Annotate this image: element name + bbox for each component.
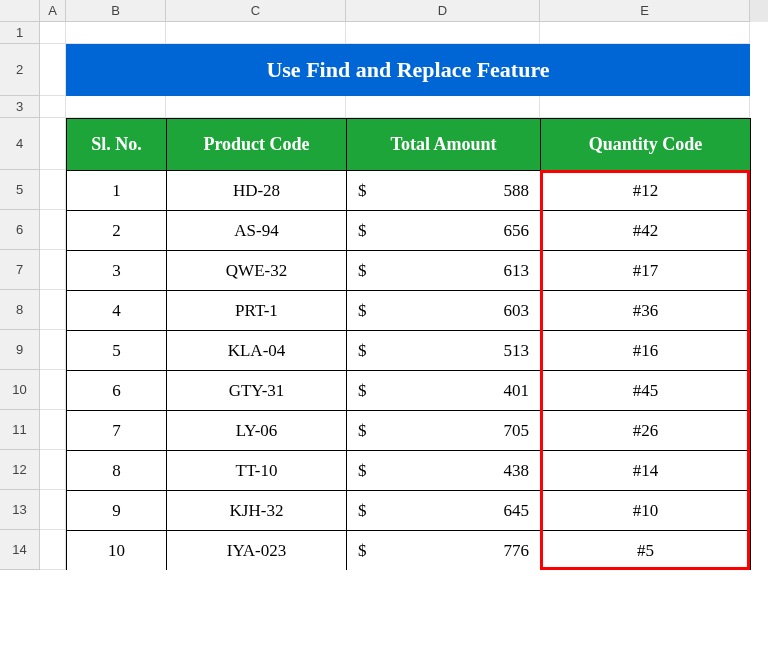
col-header-E[interactable]: E <box>540 0 750 22</box>
amount-value: 613 <box>504 261 530 281</box>
cell-A13[interactable] <box>40 490 66 530</box>
row-header-8[interactable]: 8 <box>0 290 40 330</box>
header-quantity-code: Quantity Code <box>541 119 751 171</box>
currency-symbol: $ <box>358 221 367 241</box>
cell-E1[interactable] <box>540 22 750 44</box>
cell-quantity-code[interactable]: #14 <box>541 451 751 491</box>
cell-quantity-code[interactable]: #16 <box>541 331 751 371</box>
cell-product-code[interactable]: HD-28 <box>167 171 347 211</box>
currency-symbol: $ <box>358 341 367 361</box>
col-header-A[interactable]: A <box>40 0 66 22</box>
cell-total-amount[interactable]: $603 <box>347 291 541 331</box>
row-header-9[interactable]: 9 <box>0 330 40 370</box>
row-header-11[interactable]: 11 <box>0 410 40 450</box>
row-header-10[interactable]: 10 <box>0 370 40 410</box>
cell-product-code[interactable]: IYA-023 <box>167 531 347 571</box>
cell-A11[interactable] <box>40 410 66 450</box>
cell-D3[interactable] <box>346 96 540 118</box>
row-header-4[interactable]: 4 <box>0 118 40 170</box>
row-header-3[interactable]: 3 <box>0 96 40 118</box>
table-header-row: Sl. No. Product Code Total Amount Quanti… <box>67 119 751 171</box>
cell-product-code[interactable]: GTY-31 <box>167 371 347 411</box>
col-header-C[interactable]: C <box>166 0 346 22</box>
cell-A12[interactable] <box>40 450 66 490</box>
cell-A3[interactable] <box>40 96 66 118</box>
row-header-5[interactable]: 5 <box>0 170 40 210</box>
cell-quantity-code[interactable]: #26 <box>541 411 751 451</box>
cell-total-amount[interactable]: $705 <box>347 411 541 451</box>
currency-symbol: $ <box>358 541 367 561</box>
cell-quantity-code[interactable]: #45 <box>541 371 751 411</box>
cell-D1[interactable] <box>346 22 540 44</box>
row-header-7[interactable]: 7 <box>0 250 40 290</box>
amount-value: 401 <box>504 381 530 401</box>
cell-B1[interactable] <box>66 22 166 44</box>
cell-sl-no[interactable]: 6 <box>67 371 167 411</box>
cell-A2[interactable] <box>40 44 66 96</box>
cell-total-amount[interactable]: $776 <box>347 531 541 571</box>
cell-A14[interactable] <box>40 530 66 570</box>
cell-total-amount[interactable]: $401 <box>347 371 541 411</box>
cell-sl-no[interactable]: 1 <box>67 171 167 211</box>
data-table: Sl. No. Product Code Total Amount Quanti… <box>66 118 751 570</box>
cell-quantity-code[interactable]: #5 <box>541 531 751 571</box>
currency-symbol: $ <box>358 261 367 281</box>
cell-total-amount[interactable]: $588 <box>347 171 541 211</box>
cell-quantity-code[interactable]: #17 <box>541 251 751 291</box>
select-all-corner[interactable] <box>0 0 40 22</box>
row-header-13[interactable]: 13 <box>0 490 40 530</box>
cell-A8[interactable] <box>40 290 66 330</box>
cell-quantity-code[interactable]: #36 <box>541 291 751 331</box>
header-product-code: Product Code <box>167 119 347 171</box>
cell-sl-no[interactable]: 10 <box>67 531 167 571</box>
table-row: 1HD-28$588#12 <box>67 171 751 211</box>
cell-quantity-code[interactable]: #42 <box>541 211 751 251</box>
cell-A5[interactable] <box>40 170 66 210</box>
cell-C3[interactable] <box>166 96 346 118</box>
cell-A6[interactable] <box>40 210 66 250</box>
cell-sl-no[interactable]: 2 <box>67 211 167 251</box>
table-row: 5KLA-04$513#16 <box>67 331 751 371</box>
row-header-12[interactable]: 12 <box>0 450 40 490</box>
cell-product-code[interactable]: KLA-04 <box>167 331 347 371</box>
cell-product-code[interactable]: AS-94 <box>167 211 347 251</box>
cell-total-amount[interactable]: $613 <box>347 251 541 291</box>
cell-sl-no[interactable]: 3 <box>67 251 167 291</box>
cell-sl-no[interactable]: 4 <box>67 291 167 331</box>
cell-A1[interactable] <box>40 22 66 44</box>
row-header-1[interactable]: 1 <box>0 22 40 44</box>
column-headers-row: A B C D E <box>0 0 768 22</box>
cell-E3[interactable] <box>540 96 750 118</box>
cell-A4[interactable] <box>40 118 66 170</box>
cell-total-amount[interactable]: $513 <box>347 331 541 371</box>
cell-total-amount[interactable]: $656 <box>347 211 541 251</box>
table-row: 6GTY-31$401#45 <box>67 371 751 411</box>
cell-quantity-code[interactable]: #12 <box>541 171 751 211</box>
cell-quantity-code[interactable]: #10 <box>541 491 751 531</box>
cell-product-code[interactable]: KJH-32 <box>167 491 347 531</box>
cell-sl-no[interactable]: 8 <box>67 451 167 491</box>
cell-total-amount[interactable]: $438 <box>347 451 541 491</box>
cell-A9[interactable] <box>40 330 66 370</box>
cell-C1[interactable] <box>166 22 346 44</box>
currency-symbol: $ <box>358 421 367 441</box>
col-header-B[interactable]: B <box>66 0 166 22</box>
col-header-D[interactable]: D <box>346 0 540 22</box>
cell-sl-no[interactable]: 7 <box>67 411 167 451</box>
cell-product-code[interactable]: LY-06 <box>167 411 347 451</box>
cell-B3[interactable] <box>66 96 166 118</box>
row-header-14[interactable]: 14 <box>0 530 40 570</box>
table-row: 7LY-06$705#26 <box>67 411 751 451</box>
cell-product-code[interactable]: QWE-32 <box>167 251 347 291</box>
row-header-2[interactable]: 2 <box>0 44 40 96</box>
cell-A7[interactable] <box>40 250 66 290</box>
cell-A10[interactable] <box>40 370 66 410</box>
amount-value: 656 <box>504 221 530 241</box>
row-header-6[interactable]: 6 <box>0 210 40 250</box>
amount-value: 645 <box>504 501 530 521</box>
cell-sl-no[interactable]: 5 <box>67 331 167 371</box>
cell-product-code[interactable]: TT-10 <box>167 451 347 491</box>
cell-sl-no[interactable]: 9 <box>67 491 167 531</box>
cell-total-amount[interactable]: $645 <box>347 491 541 531</box>
cell-product-code[interactable]: PRT-1 <box>167 291 347 331</box>
